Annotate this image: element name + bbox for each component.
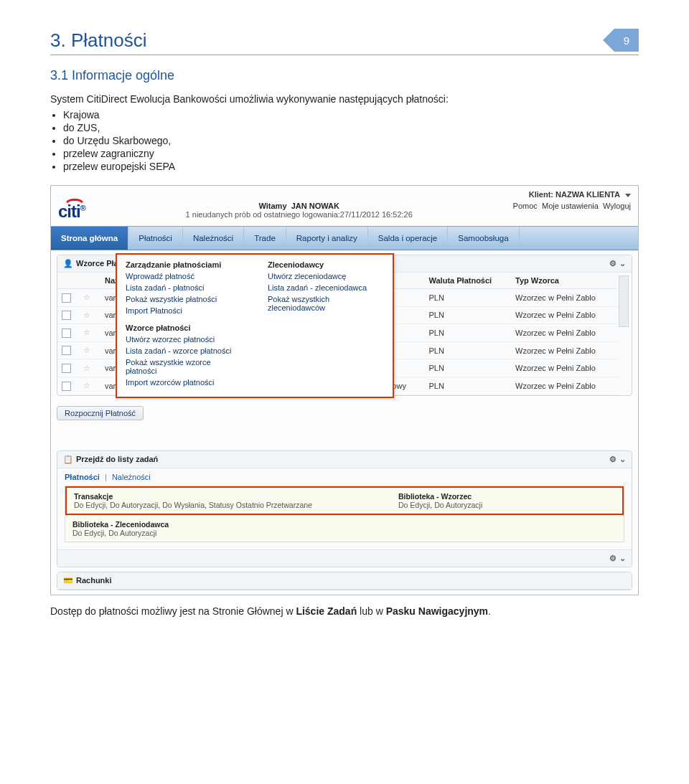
payments-mega-menu: Zarządzanie płatnościami Wprowadź płatno… <box>116 253 394 398</box>
citi-logo: citi® <box>58 202 85 222</box>
tasks-panel: 📋Przejdź do listy zadań Płatności | Nale… <box>57 450 632 567</box>
menu-heading: Wzorce płatności <box>126 323 239 332</box>
tab-selfservice[interactable]: Samoobsługa <box>448 227 519 250</box>
menu-item[interactable]: Pokaż wszystkie płatności <box>126 295 239 303</box>
menu-item[interactable]: Import Płatności <box>126 306 239 315</box>
menu-heading: Zarządzanie płatnościami <box>126 260 239 269</box>
help-link[interactable]: Pomoc <box>513 202 538 210</box>
checkbox[interactable] <box>62 346 71 355</box>
chevron-icon[interactable] <box>619 554 626 562</box>
header-links: Pomoc Moje ustawienia Wyloguj <box>513 202 631 210</box>
welcome-block: Witamy JAN NOWAK 1 nieudanych prób od os… <box>100 202 499 219</box>
menu-item[interactable]: Utwórz zleceniodawcę <box>268 272 384 280</box>
checkbox[interactable] <box>62 329 71 338</box>
gear-icon[interactable] <box>609 554 619 562</box>
logout-link[interactable]: Wyloguj <box>603 202 631 210</box>
menu-item[interactable]: Wprowadź płatność <box>126 272 239 280</box>
menu-item[interactable]: Lista zadań - zleceniodawca <box>268 283 384 292</box>
tab-reports[interactable]: Raporty i analizy <box>286 227 368 250</box>
divider <box>50 55 639 55</box>
gear-icon[interactable] <box>609 259 619 268</box>
list-item: do Urzędu Skarbowego, <box>63 135 639 146</box>
chevron-icon[interactable] <box>619 455 626 463</box>
star-icon[interactable]: ☆ <box>83 364 90 372</box>
tab-receivables[interactable]: Należności <box>183 227 244 250</box>
chevron-icon[interactable] <box>619 259 626 268</box>
intro-text: System CitiDirect Ewolucja Bankowości um… <box>50 93 639 105</box>
list-item: przelew zagraniczny <box>63 148 639 159</box>
star-icon[interactable]: ☆ <box>83 293 90 301</box>
person-icon: 👤 <box>63 259 73 268</box>
gear-icon[interactable] <box>609 455 619 463</box>
checkbox[interactable] <box>62 311 71 320</box>
tab-trade[interactable]: Trade <box>244 227 286 250</box>
main-nav: Strona główna Płatności Należności Trade… <box>51 226 638 250</box>
tab-home[interactable]: Strona główna <box>51 227 128 250</box>
menu-item[interactable]: Pokaż wszystkich zleceniodawców <box>268 295 384 312</box>
tasks-library-payers[interactable]: Biblioteka - Zleceniodawca Do Edycji, Do… <box>65 516 624 542</box>
checkbox[interactable] <box>62 382 71 391</box>
star-icon[interactable]: ☆ <box>83 381 90 389</box>
clipboard-icon: 📋 <box>63 455 73 464</box>
menu-item[interactable]: Utwórz wzorzec płatności <box>126 335 239 344</box>
checkbox[interactable] <box>62 364 71 373</box>
tasks-tab-receivables[interactable]: Należności <box>112 473 151 481</box>
list-item: Krajowa <box>63 109 639 121</box>
menu-heading: Zleceniodawcy <box>268 260 384 269</box>
chevron-down-icon <box>625 194 631 197</box>
subsection-title: 3.1 Informacje ogólne <box>50 68 639 83</box>
tasks-transactions[interactable]: Transakcje Do Edycji, Do Autoryzacji, Do… <box>74 492 312 509</box>
start-payment-button[interactable]: Rozpocznij Płatność <box>57 406 144 420</box>
tasks-tab-payments[interactable]: Płatności <box>65 473 100 481</box>
tab-payments[interactable]: Płatności <box>128 227 183 250</box>
menu-item[interactable]: Lista zadań - płatności <box>126 283 239 292</box>
accounts-icon: 💳 <box>63 576 73 585</box>
menu-item[interactable]: Lista zadań - wzorce płatności <box>126 346 239 355</box>
list-item: do ZUS, <box>63 122 639 133</box>
footer-text: Dostęp do płatności możliwy jest na Stro… <box>50 605 639 617</box>
settings-link[interactable]: Moje ustawienia <box>542 202 599 210</box>
checkbox[interactable] <box>62 293 71 303</box>
tasks-library-templates[interactable]: Biblioteka - Wzorzec Do Edycji, Do Autor… <box>398 492 482 509</box>
menu-item[interactable]: Import wzorców płatności <box>126 378 239 387</box>
tab-balances[interactable]: Salda i operacje <box>368 227 448 250</box>
star-icon[interactable]: ☆ <box>83 328 90 336</box>
bullet-list: Krajowa do ZUS, do Urzędu Skarbowego, pr… <box>63 109 639 172</box>
page-number-badge: 9 <box>604 29 639 52</box>
scrollbar[interactable] <box>619 275 629 327</box>
section-title: 3. Płatności <box>50 29 146 52</box>
accounts-panel: 💳Rachunki <box>57 572 632 590</box>
app-screenshot: Klient: NAZWA KLIENTA citi® Witamy JAN N… <box>50 185 639 595</box>
star-icon[interactable]: ☆ <box>83 311 90 319</box>
client-selector[interactable]: Klient: NAZWA KLIENTA <box>529 190 631 199</box>
list-item: przelew europejski SEPA <box>63 161 639 172</box>
star-icon[interactable]: ☆ <box>83 346 90 354</box>
menu-item[interactable]: Pokaż wszystkie wzorce płatności <box>126 358 239 375</box>
